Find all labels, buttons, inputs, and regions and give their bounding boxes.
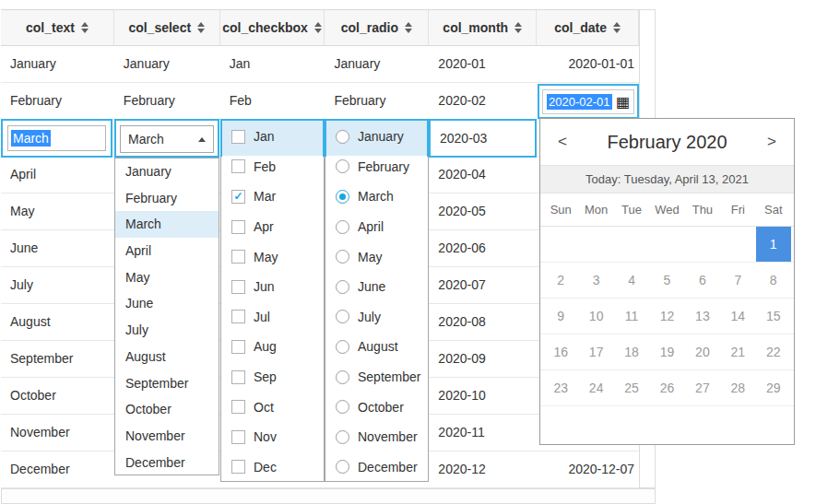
radio-option[interactable]: February (325, 152, 428, 182)
sort-icon[interactable] (405, 22, 412, 33)
radio-icon[interactable] (336, 340, 349, 354)
day-cell[interactable]: 7 (720, 263, 755, 298)
day-cell[interactable]: 17 (578, 334, 613, 369)
cell-col_month[interactable]: 2020-09 (429, 341, 537, 377)
cell-col_text[interactable]: August (1, 304, 114, 340)
day-cell[interactable]: 20 (685, 334, 720, 369)
calendar-icon[interactable] (616, 95, 630, 110)
sort-icon[interactable] (197, 22, 205, 33)
radio-icon[interactable] (336, 310, 349, 323)
checkbox-option[interactable]: Jul (221, 302, 324, 333)
cell-col_month[interactable]: 2020-04 (429, 157, 537, 193)
selected-day-cell[interactable]: 1 (756, 227, 791, 262)
checkbox-icon[interactable] (231, 159, 245, 173)
day-cell[interactable]: 16 (543, 334, 578, 369)
date-editor-input[interactable]: 2020-02-01 (542, 89, 634, 114)
cell-col_radio[interactable]: January (325, 46, 430, 82)
cell-col_text[interactable]: October (1, 378, 114, 414)
radio-icon[interactable] (336, 220, 349, 234)
select-option[interactable]: May (115, 264, 219, 291)
select-option[interactable]: April (115, 238, 219, 264)
cell-col_select[interactable]: January (114, 46, 220, 82)
day-cell[interactable]: 23 (543, 370, 578, 405)
cell-col_text[interactable]: May (1, 193, 114, 229)
day-cell[interactable]: 13 (685, 299, 720, 334)
checkbox-icon[interactable] (231, 280, 245, 294)
cell-col_month[interactable]: 2020-12 (429, 451, 537, 487)
sort-icon[interactable] (314, 22, 322, 33)
checkbox-option[interactable]: Jun (221, 272, 324, 302)
checkbox-option[interactable]: Dec (221, 452, 324, 483)
day-cell[interactable]: 8 (756, 263, 791, 298)
cell-col_text[interactable]: December (1, 451, 114, 487)
day-cell[interactable]: 10 (578, 299, 613, 334)
checkbox-option[interactable]: Sep (221, 362, 324, 393)
radio-icon[interactable] (336, 430, 349, 444)
column-header-col_date[interactable]: col_date (537, 10, 639, 45)
day-cell[interactable]: 22 (756, 334, 791, 369)
radio-icon[interactable] (336, 370, 349, 384)
day-cell[interactable]: 28 (720, 370, 755, 405)
day-cell[interactable]: 15 (756, 299, 791, 334)
cell-col_text[interactable]: February (1, 83, 114, 119)
cell-col_text[interactable]: April (1, 157, 114, 193)
checkbox-option[interactable]: May (221, 241, 324, 272)
select-option[interactable]: December (115, 450, 219, 475)
day-cell[interactable]: 19 (649, 334, 684, 369)
radio-icon[interactable] (336, 280, 349, 294)
day-cell[interactable]: 29 (756, 370, 791, 405)
column-header-col_checkbox[interactable]: col_checkbox (220, 10, 325, 45)
day-cell[interactable]: 3 (578, 263, 613, 298)
select-option[interactable]: January (115, 158, 219, 185)
radio-icon[interactable] (336, 190, 349, 204)
checkbox-icon[interactable]: ✓ (231, 190, 245, 204)
radio-option[interactable]: December (325, 452, 428, 483)
day-cell[interactable]: 4 (614, 263, 649, 298)
checkbox-option[interactable]: Feb (221, 152, 324, 182)
select-editor[interactable]: March (120, 125, 214, 153)
radio-icon[interactable] (336, 460, 349, 474)
checkbox-icon[interactable] (231, 430, 245, 444)
sort-icon[interactable] (81, 22, 89, 33)
cell-col_month[interactable]: 2020-10 (429, 378, 537, 414)
day-cell[interactable]: 6 (685, 263, 720, 298)
cell-col_month[interactable]: 2020-01 (429, 46, 537, 82)
radio-icon[interactable] (336, 130, 349, 144)
cell-col_text[interactable]: September (1, 341, 114, 377)
cell-col_checkbox[interactable]: Jan (220, 46, 325, 82)
cell-col_select[interactable]: February (114, 83, 220, 119)
checkbox-option[interactable]: Jan (221, 122, 324, 152)
today-banner[interactable]: Today: Tuesday, April 13, 2021 (540, 165, 794, 193)
radio-option[interactable]: August (325, 332, 428, 362)
cell-col_date[interactable]: 2020-01-01 (537, 46, 639, 82)
cell-col_text[interactable]: January (1, 46, 114, 82)
radio-option[interactable]: November (325, 422, 428, 452)
day-cell[interactable]: 27 (685, 370, 720, 405)
day-cell[interactable]: 25 (614, 370, 649, 405)
cell-col_text[interactable]: July (1, 267, 114, 303)
checkbox-option[interactable]: Oct (221, 392, 324, 422)
radio-option[interactable]: September (325, 362, 428, 393)
select-option[interactable]: July (115, 317, 219, 344)
cell-col_date[interactable]: 2020-12-07 (537, 451, 639, 487)
cell-col_text[interactable]: June (1, 230, 114, 266)
day-cell[interactable]: 9 (543, 299, 578, 334)
select-option[interactable]: March (115, 211, 219, 238)
select-option[interactable]: February (115, 185, 219, 212)
day-cell[interactable]: 11 (614, 299, 649, 334)
checkbox-icon[interactable] (231, 250, 245, 264)
day-cell[interactable]: 5 (649, 263, 684, 298)
cell-col_month[interactable]: 2020-02 (429, 83, 537, 119)
checkbox-option[interactable]: Aug (221, 332, 324, 362)
cell-col_radio[interactable]: February (325, 83, 430, 119)
select-option[interactable]: September (115, 370, 219, 397)
cell-col_text[interactable]: November (1, 415, 114, 451)
day-cell[interactable]: 2 (543, 263, 578, 298)
select-option[interactable]: August (115, 344, 219, 370)
radio-option[interactable]: March (325, 182, 428, 212)
checkbox-icon[interactable] (231, 340, 245, 354)
day-cell[interactable]: 26 (649, 370, 684, 405)
select-option[interactable]: October (115, 396, 219, 423)
day-cell[interactable]: 21 (720, 334, 755, 369)
checkbox-icon[interactable] (231, 220, 245, 234)
